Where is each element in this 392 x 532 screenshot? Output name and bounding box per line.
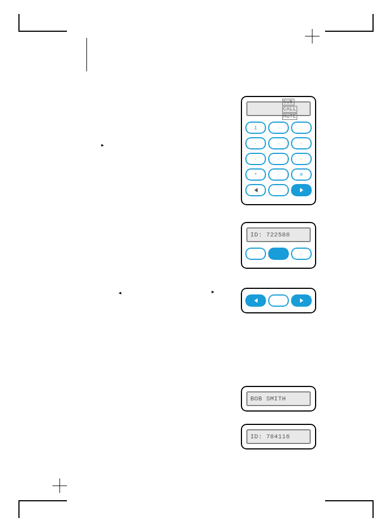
key-3[interactable]: · [291, 122, 312, 134]
device-nav [241, 288, 316, 313]
register-tick [86, 38, 87, 71]
device-soft: ID: 722588 · [241, 222, 316, 269]
status-mute: MUTE [282, 113, 298, 120]
nav-center-button[interactable] [268, 294, 289, 307]
nav-center-button[interactable] [268, 184, 289, 196]
status-call: CALL [282, 106, 298, 113]
lcd-display: SUB CALL MUTE [246, 101, 311, 116]
soft-right-button[interactable]: · [291, 248, 312, 260]
register-cross-icon [52, 478, 67, 493]
key-8[interactable]: · [268, 153, 289, 165]
pointer-right-icon: ► [211, 289, 215, 294]
key-5[interactable]: · [268, 137, 289, 149]
key-9[interactable]: · [291, 153, 312, 165]
nav-right-button[interactable] [291, 184, 312, 196]
key-7[interactable]: · [245, 153, 266, 165]
key-6[interactable]: · [291, 137, 312, 149]
device-keypad: SUB CALL MUTE 1 · · · · · · · · * [241, 96, 316, 205]
keypad: 1 · · · · · · · · * · # [242, 118, 315, 204]
crop-mark [18, 14, 67, 32]
key-2[interactable]: · [268, 122, 289, 134]
key-4[interactable]: · [245, 137, 266, 149]
key-star[interactable]: * [245, 168, 266, 181]
soft-center-button[interactable] [268, 248, 289, 260]
key-hash[interactable]: # [291, 168, 312, 181]
lcd-display: BOB SMITH [246, 391, 311, 406]
key-0[interactable]: · [268, 168, 289, 181]
pointer-right-icon: ► [100, 143, 105, 148]
lcd-frame: ID: 784116 [241, 424, 316, 449]
nav-left-button[interactable] [245, 294, 266, 307]
soft-left-button[interactable] [245, 248, 266, 260]
lcd-display: ID: 722588 [246, 228, 311, 242]
page: ► ► ◄ SUB CALL MUTE 1 · · · · · · · [0, 0, 392, 532]
crop-mark [325, 14, 374, 32]
register-cross-icon [305, 29, 320, 43]
crop-mark [18, 500, 67, 518]
status-sub: SUB [282, 99, 294, 105]
pointer-left-icon: ◄ [118, 291, 122, 296]
lcd-display: ID: 784116 [246, 429, 311, 444]
lcd-frame: BOB SMITH [241, 386, 316, 412]
nav-left-button[interactable] [245, 184, 266, 196]
key-1[interactable]: 1 [245, 122, 266, 134]
nav-right-button[interactable] [291, 294, 312, 307]
crop-mark [325, 500, 374, 518]
